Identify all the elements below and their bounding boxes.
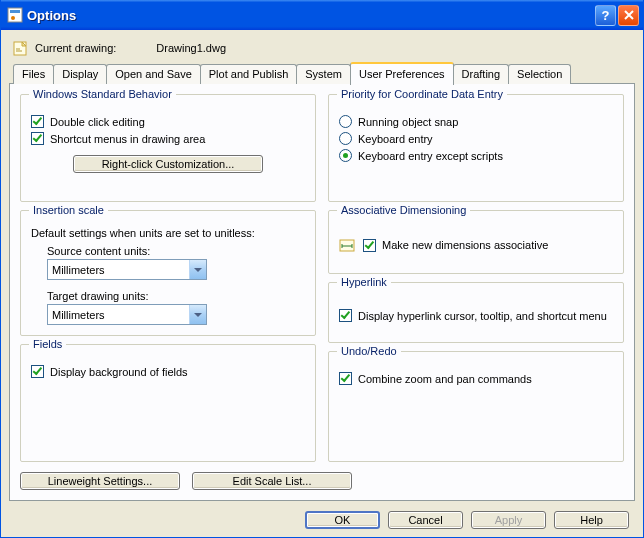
dialog-button-row: OK Cancel Apply Help: [9, 501, 635, 529]
checkbox-combine-zoom-pan[interactable]: Combine zoom and pan commands: [339, 372, 613, 385]
checkbox-double-click-editing[interactable]: Double click editing: [31, 115, 305, 128]
app-icon: [7, 7, 23, 23]
radio-keyboard-entry[interactable]: Keyboard entry: [339, 132, 613, 145]
tab-selection[interactable]: Selection: [508, 64, 571, 84]
checkbox-hyperlink-cursor[interactable]: Display hyperlink cursor, tooltip, and s…: [339, 309, 613, 322]
source-units-select[interactable]: Millimeters: [47, 259, 207, 280]
group-legend: Hyperlink: [337, 276, 391, 288]
tab-display[interactable]: Display: [53, 64, 107, 84]
radio-keyboard-except-scripts[interactable]: Keyboard entry except scripts: [339, 149, 613, 162]
check-icon: [31, 115, 44, 128]
checkbox-associative-dims[interactable]: Make new dimensions associative: [339, 237, 613, 253]
tab-page-user-preferences: Windows Standard Behavior Double click e…: [9, 83, 635, 501]
radio-running-osnap[interactable]: Running object snap: [339, 115, 613, 128]
tabstrip: Files Display Open and Save Plot and Pub…: [9, 62, 635, 84]
group-fields: Fields Display background of fields: [20, 344, 316, 462]
check-icon: [339, 309, 352, 322]
radio-icon: [339, 115, 352, 128]
svg-rect-1: [10, 10, 20, 13]
source-units-label: Source content units:: [47, 245, 305, 257]
tab-open-and-save[interactable]: Open and Save: [106, 64, 200, 84]
lineweight-settings-button[interactable]: Lineweight Settings...: [20, 472, 180, 490]
current-drawing-label: Current drawing:: [35, 42, 116, 54]
checkbox-label: Combine zoom and pan commands: [358, 373, 532, 385]
group-priority-coord-entry: Priority for Coordinate Data Entry Runni…: [328, 94, 624, 202]
group-legend: Fields: [29, 338, 66, 350]
group-undo-redo: Undo/Redo Combine zoom and pan commands: [328, 351, 624, 462]
radio-label: Keyboard entry except scripts: [358, 150, 503, 162]
right-click-customization-button[interactable]: Right-click Customization...: [73, 155, 263, 173]
dimension-icon: [339, 237, 355, 253]
group-hyperlink: Hyperlink Display hyperlink cursor, tool…: [328, 282, 624, 343]
group-legend: Associative Dimensioning: [337, 204, 470, 216]
help-button[interactable]: Help: [554, 511, 629, 529]
target-units-select[interactable]: Millimeters: [47, 304, 207, 325]
select-value: Millimeters: [52, 309, 105, 321]
group-legend: Undo/Redo: [337, 345, 401, 357]
checkbox-shortcut-menus[interactable]: Shortcut menus in drawing area: [31, 132, 305, 145]
radio-label: Running object snap: [358, 116, 458, 128]
checkbox-label: Shortcut menus in drawing area: [50, 133, 205, 145]
target-units-label: Target drawing units:: [47, 290, 305, 302]
radio-label: Keyboard entry: [358, 133, 433, 145]
chevron-down-icon: [189, 260, 206, 279]
group-legend: Windows Standard Behavior: [29, 88, 176, 100]
current-drawing-row: Current drawing: Drawing1.dwg: [9, 36, 635, 62]
tab-drafting[interactable]: Drafting: [453, 64, 510, 84]
tab-files[interactable]: Files: [13, 64, 54, 84]
checkbox-label: Make new dimensions associative: [382, 239, 548, 251]
titlebar-help-button[interactable]: ?: [595, 5, 616, 26]
drawing-file-icon: [13, 40, 29, 56]
titlebar[interactable]: Options ?: [1, 0, 643, 30]
options-dialog: Options ? Current drawing: Drawing1.dwg …: [0, 0, 644, 538]
checkbox-display-field-background[interactable]: Display background of fields: [31, 365, 305, 378]
titlebar-close-button[interactable]: [618, 5, 639, 26]
group-insertion-scale: Insertion scale Default settings when un…: [20, 210, 316, 336]
checkbox-label: Display hyperlink cursor, tooltip, and s…: [358, 310, 607, 322]
window-title: Options: [27, 8, 593, 23]
radio-icon: [339, 132, 352, 145]
current-drawing-value: Drawing1.dwg: [156, 42, 226, 54]
tab-plot-and-publish[interactable]: Plot and Publish: [200, 64, 298, 84]
check-icon: [31, 132, 44, 145]
chevron-down-icon: [189, 305, 206, 324]
radio-icon: [339, 149, 352, 162]
check-icon: [31, 365, 44, 378]
tab-user-preferences[interactable]: User Preferences: [350, 62, 454, 85]
edit-scale-list-button[interactable]: Edit Scale List...: [192, 472, 352, 490]
group-windows-standard-behavior: Windows Standard Behavior Double click e…: [20, 94, 316, 202]
check-icon: [363, 239, 376, 252]
check-icon: [339, 372, 352, 385]
select-value: Millimeters: [52, 264, 105, 276]
group-legend: Priority for Coordinate Data Entry: [337, 88, 507, 100]
tab-system[interactable]: System: [296, 64, 351, 84]
svg-point-2: [11, 16, 15, 20]
apply-button: Apply: [471, 511, 546, 529]
insertion-scale-note: Default settings when units are set to u…: [31, 227, 305, 239]
group-legend: Insertion scale: [29, 204, 108, 216]
cancel-button[interactable]: Cancel: [388, 511, 463, 529]
ok-button[interactable]: OK: [305, 511, 380, 529]
checkbox-label: Display background of fields: [50, 366, 188, 378]
checkbox-label: Double click editing: [50, 116, 145, 128]
group-associative-dimensioning: Associative Dimensioning Make new dimens…: [328, 210, 624, 274]
